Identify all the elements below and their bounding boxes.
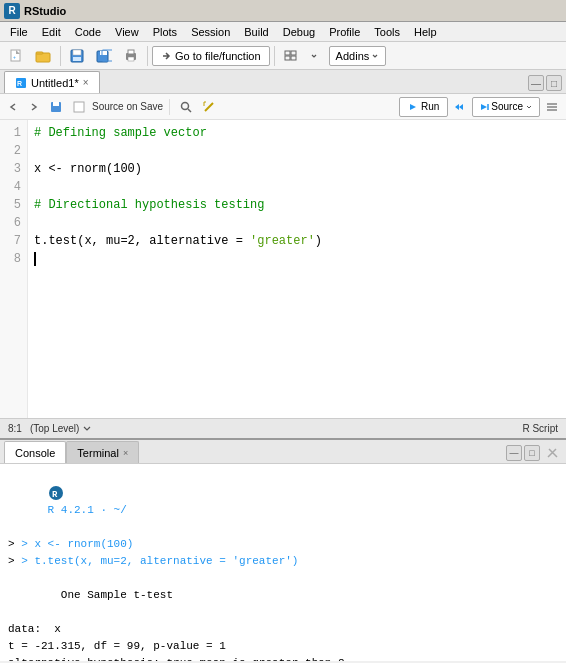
svg-text:+: + [13, 54, 16, 60]
console-output[interactable]: R R 4.2.1 · ~/ > > x <- rnorm(100) > > t… [0, 464, 566, 661]
go-to-file-button[interactable]: Go to file/function [152, 46, 270, 66]
editor-toolbar-sep [169, 99, 170, 115]
console-output-t: t = -21.315, df = 99, p-value = 1 [8, 638, 558, 655]
code-line-7: t.test(x, mu=2, alternative = 'greater') [34, 232, 560, 250]
editor-forward-button[interactable] [25, 97, 43, 117]
new-file-icon: + [9, 49, 23, 63]
console-blank-1 [8, 570, 558, 587]
search-icon [180, 101, 192, 113]
console-cmd-line-1: > > x <- rnorm(100) [8, 536, 558, 553]
source-dropdown-icon [525, 103, 533, 111]
print-icon [124, 49, 138, 63]
r-version-line: R R 4.2.1 · ~/ [8, 468, 558, 536]
editor-maximize-button[interactable]: □ [546, 75, 562, 91]
clear-icon [546, 447, 558, 459]
code-area[interactable]: 1 2 3 4 5 6 7 8 # Defining sample vector… [0, 120, 566, 418]
toolbar-sep-1 [60, 46, 61, 66]
run-previous-button[interactable] [450, 97, 470, 117]
svg-rect-12 [128, 57, 134, 61]
save-all-button[interactable] [91, 45, 117, 67]
menu-build[interactable]: Build [238, 25, 274, 39]
console-minimize-button[interactable]: — [506, 445, 522, 461]
menu-bar: File Edit Code View Plots Session Build … [0, 22, 566, 42]
grid-button[interactable] [279, 45, 303, 67]
code-editor[interactable]: # Defining sample vector x <- rnorm(100)… [28, 120, 566, 418]
terminal-close-icon[interactable]: × [123, 448, 128, 458]
terminal-tab[interactable]: Terminal × [66, 441, 139, 463]
menu-view[interactable]: View [109, 25, 145, 39]
toolbar-sep-2 [147, 46, 148, 66]
editor-tab-untitled1[interactable]: R Untitled1* × [4, 71, 100, 93]
console-maximize-button[interactable]: □ [524, 445, 540, 461]
svg-rect-14 [291, 51, 296, 55]
tab-close-button[interactable]: × [83, 77, 89, 88]
menu-debug[interactable]: Debug [277, 25, 321, 39]
run-button[interactable]: Run [399, 97, 448, 117]
svg-rect-20 [53, 102, 59, 106]
save-button[interactable] [65, 45, 89, 67]
menu-code[interactable]: Code [69, 25, 107, 39]
scope-dropdown-icon [82, 424, 92, 434]
go-to-file-arrow-icon [161, 51, 171, 61]
console-tab[interactable]: Console [4, 441, 66, 463]
search-button[interactable] [176, 97, 196, 117]
editor-save-btn[interactable] [46, 97, 66, 117]
title-bar: R RStudio [0, 0, 566, 22]
editor-menu-button[interactable] [542, 97, 562, 117]
new-file-button[interactable]: + [4, 45, 28, 67]
editor-minimize-button[interactable]: — [528, 75, 544, 91]
menu-profile[interactable]: Profile [323, 25, 366, 39]
svg-rect-3 [36, 52, 43, 54]
source-on-save-checkbox[interactable] [69, 97, 89, 117]
code-line-3: x <- rnorm(100) [34, 160, 560, 178]
checkbox-icon [73, 101, 85, 113]
toolbar-sep-3 [274, 46, 275, 66]
app-icon: R [4, 3, 20, 19]
editor-back-button[interactable] [4, 97, 22, 117]
line-numbers: 1 2 3 4 5 6 7 8 [0, 120, 28, 418]
svg-rect-21 [74, 102, 84, 112]
editor-toolbar: Source on Save Run Source [0, 94, 566, 120]
menu-plots[interactable]: Plots [147, 25, 183, 39]
console-tab-bar: Console Terminal × — □ [0, 440, 566, 464]
menu-edit[interactable]: Edit [36, 25, 67, 39]
print-button[interactable] [119, 45, 143, 67]
addins-button[interactable]: Addins [329, 46, 387, 66]
r-file-icon: R [15, 77, 27, 89]
grid-dropdown-button[interactable] [305, 45, 323, 67]
console-output-data: data: x [8, 621, 558, 638]
code-line-8 [34, 250, 560, 268]
open-file-button[interactable] [30, 45, 56, 67]
console-output-header: One Sample t-test [8, 587, 558, 604]
save-icon [70, 49, 84, 63]
menu-file[interactable]: File [4, 25, 34, 39]
svg-rect-15 [285, 56, 290, 60]
back-icon [8, 102, 18, 112]
file-type: R Script [522, 423, 558, 434]
code-line-4 [34, 178, 560, 196]
svg-rect-8 [100, 51, 107, 55]
svg-text:R: R [52, 490, 58, 500]
r-logo-icon: R [48, 485, 64, 501]
magic-wand-button[interactable] [199, 97, 219, 117]
menu-tools[interactable]: Tools [368, 25, 406, 39]
svg-line-24 [205, 103, 213, 111]
open-file-icon [35, 49, 51, 63]
code-line-5: # Directional hypothesis testing [34, 196, 560, 214]
console-blank-2 [8, 604, 558, 621]
menu-help[interactable]: Help [408, 25, 443, 39]
console-clear-button[interactable] [542, 445, 562, 461]
cursor-position: 8:1 [8, 423, 22, 434]
grid-dropdown-icon [310, 52, 318, 60]
forward-icon [29, 102, 39, 112]
svg-rect-16 [291, 56, 296, 60]
editor-toolbar-right: Run Source [399, 97, 562, 117]
editor-save-icon [50, 101, 62, 113]
console-output-alt: alternative hypothesis: true mean is gre… [8, 655, 558, 661]
console-cmd-line-2: > > t.test(x, mu=2, alternative = 'great… [8, 553, 558, 570]
source-arrow-icon [479, 102, 489, 112]
menu-session[interactable]: Session [185, 25, 236, 39]
source-button[interactable]: Source [472, 97, 540, 117]
code-line-1: # Defining sample vector [34, 124, 560, 142]
code-line-6 [34, 214, 560, 232]
